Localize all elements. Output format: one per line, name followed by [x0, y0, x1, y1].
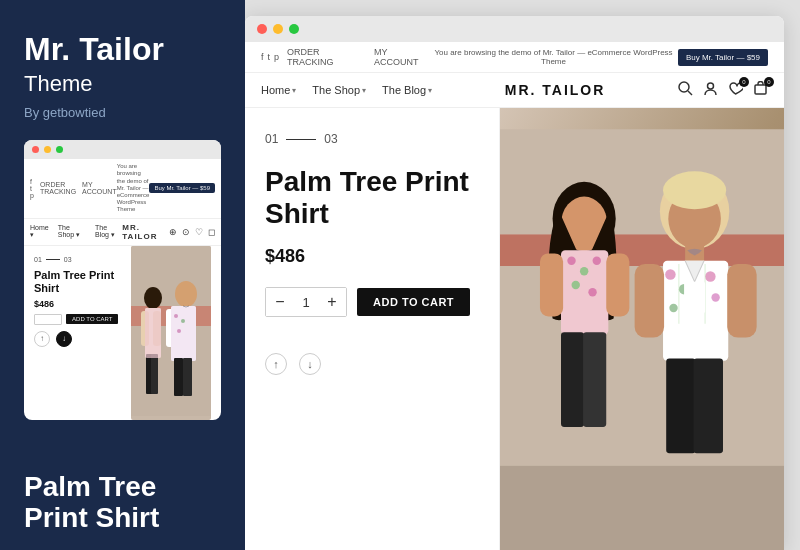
mini-product-info: 01 03 Palm Tree Print Shirt $486 − 1 + A…	[34, 256, 123, 420]
wishlist-badge: 0	[739, 77, 749, 87]
nav-home[interactable]: Home ▾	[261, 84, 296, 96]
mini-content: 01 03 Palm Tree Print Shirt $486 − 1 + A…	[24, 246, 221, 420]
svg-point-45	[705, 271, 716, 282]
mini-nav-shop[interactable]: The Shop ▾	[58, 224, 87, 239]
browser-chrome	[245, 16, 784, 42]
dot-yellow	[273, 24, 283, 34]
svg-point-14	[174, 314, 178, 318]
svg-rect-25	[500, 466, 784, 550]
mini-qty-plus[interactable]: +	[53, 316, 57, 323]
mini-add-to-cart-button[interactable]: ADD TO CART	[66, 314, 118, 324]
counter-end: 03	[324, 132, 337, 146]
site-content: 01 03 Palm Tree Print Shirt $486 − 1 + A…	[245, 108, 784, 550]
mini-topbar-left: f t p ORDER TRACKING MY ACCOUNT	[30, 178, 117, 199]
svg-point-32	[572, 281, 580, 289]
nav-shop[interactable]: The Shop ▾	[312, 84, 366, 96]
mini-nav-links: Home ▾ The Shop ▾ The Blog ▾	[30, 224, 122, 239]
svg-rect-53	[666, 359, 695, 454]
site-logo: MR. TAILOR	[505, 82, 606, 98]
mini-qty-value: 1	[46, 316, 50, 323]
mini-counter: 01 03	[34, 256, 123, 263]
svg-point-43	[665, 269, 676, 280]
svg-point-30	[580, 267, 588, 275]
site-topbar: f t p ORDER TRACKING MY ACCOUNT You are …	[245, 42, 784, 73]
buy-button-top[interactable]: Buy Mr. Tailor — $59	[678, 49, 768, 66]
qty-control[interactable]: − 1 +	[265, 287, 347, 317]
counter-start: 01	[265, 132, 278, 146]
mini-qty-control[interactable]: − 1 +	[34, 314, 62, 325]
qty-row: − 1 + ADD TO CART	[265, 287, 479, 317]
wishlist-icon[interactable]: 0	[728, 81, 743, 99]
my-account-link[interactable]: MY ACCOUNT	[374, 47, 429, 67]
mini-nav-home[interactable]: Home ▾	[30, 224, 50, 239]
svg-point-31	[593, 257, 601, 265]
mini-product-title: Palm Tree Print Shirt	[34, 269, 123, 295]
svg-point-40	[663, 171, 726, 209]
prev-product-arrow[interactable]: ↑	[265, 353, 287, 375]
svg-rect-54	[694, 359, 723, 454]
product-image-fill	[500, 108, 784, 550]
mini-account-icon[interactable]: ⊙	[182, 227, 190, 237]
mini-qty-row: − 1 + ADD TO CART	[34, 314, 123, 325]
order-tracking-link[interactable]: ORDER TRACKING	[287, 47, 362, 67]
nav-blog-label: The Blog	[382, 84, 426, 96]
dot-green	[289, 24, 299, 34]
product-detail: 01 03 Palm Tree Print Shirt $486 − 1 + A…	[245, 108, 500, 550]
svg-point-33	[588, 288, 596, 296]
qty-value: 1	[294, 295, 318, 310]
mini-counter-line	[46, 259, 60, 260]
next-product-arrow[interactable]: ↓	[299, 353, 321, 375]
svg-rect-7	[151, 354, 158, 394]
mini-prev-arrow[interactable]: ↑	[34, 331, 50, 347]
mini-buy-button[interactable]: Buy Mr. Tailor — $59	[149, 183, 215, 193]
product-image-area	[500, 108, 784, 550]
pinterest-icon[interactable]: p	[274, 52, 279, 62]
nav-links: Home ▾ The Shop ▾ The Blog ▾	[261, 84, 432, 96]
svg-point-29	[567, 257, 575, 265]
topbar-links: ORDER TRACKING MY ACCOUNT	[287, 47, 429, 67]
mini-dot-yellow	[44, 146, 51, 153]
nav-blog[interactable]: The Blog ▾	[382, 84, 432, 96]
qty-minus-button[interactable]: −	[266, 288, 294, 316]
svg-rect-13	[171, 306, 196, 361]
svg-point-9	[175, 281, 197, 307]
svg-rect-52	[727, 264, 756, 338]
left-product-title: Palm Tree Print Shirt	[24, 472, 221, 534]
mini-dot-red	[32, 146, 39, 153]
svg-point-15	[181, 319, 185, 323]
brand-by: By getbowtied	[24, 105, 221, 120]
mini-demo-text: You are browsing the demo of Mr. Tailor …	[117, 163, 150, 213]
mini-browser-chrome	[24, 140, 221, 159]
mini-search-icon[interactable]: ⊕	[169, 227, 177, 237]
account-icon[interactable]	[703, 81, 718, 99]
qty-plus-button[interactable]: +	[318, 288, 346, 316]
mini-next-arrow[interactable]: ↓	[56, 331, 72, 347]
twitter-icon[interactable]: t	[268, 52, 271, 62]
mini-nav-blog[interactable]: The Blog ▾	[95, 224, 122, 239]
mini-product-image	[131, 246, 211, 420]
mini-nav: Home ▾ The Shop ▾ The Blog ▾ MR. TAILOR …	[24, 219, 221, 246]
svg-rect-51	[635, 264, 664, 338]
product-image-svg	[500, 108, 784, 550]
svg-rect-36	[561, 332, 584, 427]
mini-qty-minus[interactable]: −	[39, 316, 43, 323]
svg-rect-37	[583, 332, 606, 427]
dot-red	[257, 24, 267, 34]
svg-point-19	[679, 82, 689, 92]
mini-image-svg	[131, 246, 211, 416]
mini-topbar: f t p ORDER TRACKING MY ACCOUNT You are …	[24, 159, 221, 218]
mini-nav-arrows: ↑ ↓	[34, 331, 123, 353]
svg-line-20	[688, 91, 692, 95]
mini-logo: MR. TAILOR	[122, 223, 169, 241]
product-nav-arrows: ↑ ↓	[265, 353, 479, 375]
search-icon[interactable]	[678, 81, 693, 99]
facebook-icon[interactable]: f	[261, 52, 264, 62]
left-panel: Mr. Tailor Theme By getbowtied f t p ORD…	[0, 0, 245, 550]
mini-wishlist-icon[interactable]: ♡	[195, 227, 203, 237]
nav-shop-chevron: ▾	[362, 86, 366, 95]
mini-cart-icon[interactable]: ◻	[208, 227, 215, 237]
nav-home-chevron: ▾	[292, 86, 296, 95]
add-to-cart-button[interactable]: ADD TO CART	[357, 288, 470, 316]
svg-point-16	[177, 329, 181, 333]
cart-icon[interactable]: 0	[753, 81, 768, 99]
